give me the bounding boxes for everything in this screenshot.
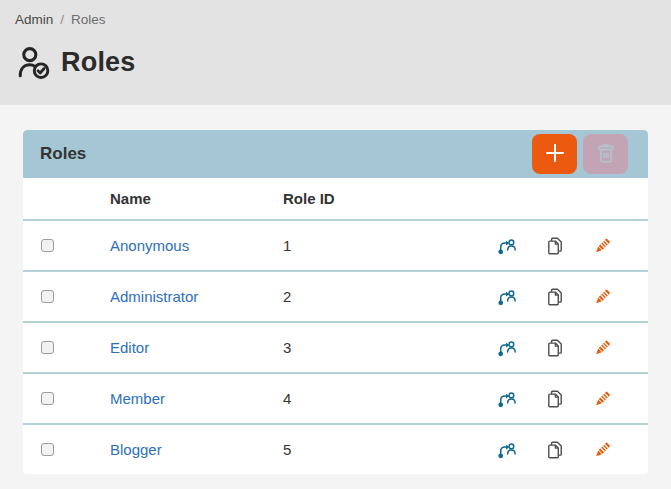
assign-user-icon[interactable] — [496, 286, 517, 307]
role-id-value: 4 — [283, 390, 496, 407]
breadcrumb-roles: Roles — [71, 12, 106, 27]
roles-panel: Roles Name Role ID Anonymous — [23, 130, 648, 474]
edit-pencil-icon[interactable] — [592, 388, 613, 409]
row-checkbox[interactable] — [41, 443, 54, 456]
assign-user-icon[interactable] — [496, 439, 517, 460]
breadcrumb: Admin / Roles — [15, 12, 656, 27]
role-id-value: 2 — [283, 288, 496, 305]
copy-icon[interactable] — [544, 235, 565, 256]
table-row: Anonymous 1 — [23, 219, 648, 270]
role-name-link[interactable]: Anonymous — [110, 237, 189, 254]
copy-icon[interactable] — [544, 388, 565, 409]
copy-icon[interactable] — [544, 337, 565, 358]
table-row: Administrator 2 — [23, 270, 648, 321]
plus-icon — [543, 141, 567, 168]
edit-pencil-icon[interactable] — [592, 337, 613, 358]
edit-pencil-icon[interactable] — [592, 286, 613, 307]
assign-user-icon[interactable] — [496, 388, 517, 409]
delete-roles-button[interactable] — [583, 134, 628, 174]
copy-icon[interactable] — [544, 286, 565, 307]
row-checkbox[interactable] — [41, 392, 54, 405]
user-check-icon — [15, 44, 52, 81]
edit-pencil-icon[interactable] — [592, 439, 613, 460]
row-checkbox[interactable] — [41, 239, 54, 252]
column-header-role-id: Role ID — [283, 190, 648, 207]
add-role-button[interactable] — [532, 134, 577, 174]
table-row: Blogger 5 — [23, 423, 648, 474]
role-id-value: 3 — [283, 339, 496, 356]
role-name-link[interactable]: Member — [110, 390, 165, 407]
row-checkbox[interactable] — [41, 341, 54, 354]
breadcrumb-admin[interactable]: Admin — [15, 12, 53, 27]
breadcrumb-separator: / — [60, 12, 64, 27]
table-row: Member 4 — [23, 372, 648, 423]
assign-user-icon[interactable] — [496, 235, 517, 256]
column-header-name: Name — [110, 190, 283, 207]
table-header-row: Name Role ID — [23, 178, 648, 219]
edit-pencil-icon[interactable] — [592, 235, 613, 256]
row-checkbox[interactable] — [41, 290, 54, 303]
table-row: Editor 3 — [23, 321, 648, 372]
page-title: Roles — [61, 47, 136, 78]
panel-title: Roles — [40, 144, 532, 164]
trash-icon — [594, 141, 618, 168]
role-name-link[interactable]: Blogger — [110, 441, 162, 458]
role-id-value: 5 — [283, 441, 496, 458]
panel-header: Roles — [23, 130, 648, 178]
role-id-value: 1 — [283, 237, 496, 254]
copy-icon[interactable] — [544, 439, 565, 460]
role-name-link[interactable]: Administrator — [110, 288, 198, 305]
top-band: Admin / Roles Roles — [0, 0, 671, 105]
assign-user-icon[interactable] — [496, 337, 517, 358]
role-name-link[interactable]: Editor — [110, 339, 149, 356]
